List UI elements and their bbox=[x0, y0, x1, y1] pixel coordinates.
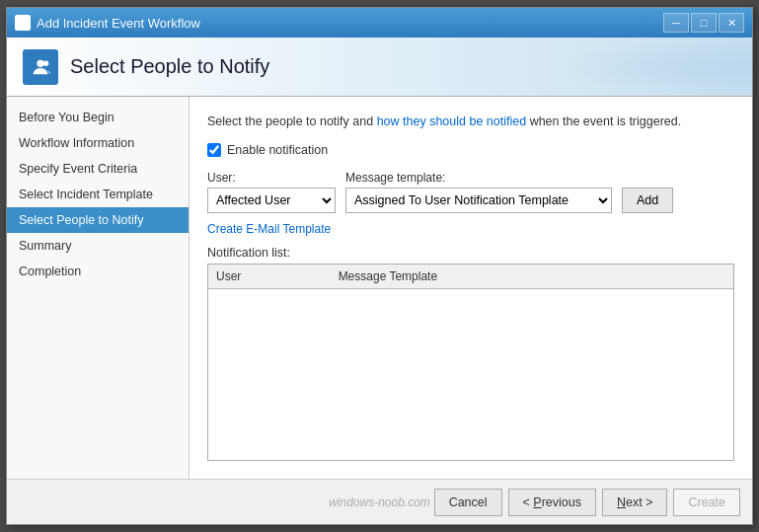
user-label: User: bbox=[207, 171, 336, 185]
close-button[interactable]: ✕ bbox=[719, 13, 744, 33]
form-row: User: Affected User Assigned User Create… bbox=[207, 171, 734, 213]
svg-point-5 bbox=[43, 60, 49, 66]
title-bar-left: Add Incident Event Workflow bbox=[15, 15, 200, 31]
message-template-label: Message template: bbox=[345, 171, 612, 185]
page-title: Select People to Notify bbox=[70, 55, 269, 78]
content-pane: Select the people to notify and how they… bbox=[190, 97, 752, 479]
create-email-template-link[interactable]: Create E-Mail Template bbox=[207, 222, 331, 236]
sidebar-item-completion[interactable]: Completion bbox=[7, 259, 189, 284]
svg-rect-0 bbox=[17, 17, 22, 22]
sidebar-item-summary[interactable]: Summary bbox=[7, 233, 189, 259]
sidebar-item-select-incident-template[interactable]: Select Incident Template bbox=[7, 182, 189, 207]
sidebar-item-before-you-begin[interactable]: Before You Begin bbox=[7, 105, 189, 130]
add-button[interactable]: Add bbox=[622, 188, 673, 213]
sidebar-item-select-people-to-notify[interactable]: Select People to Notify bbox=[7, 207, 189, 233]
svg-rect-3 bbox=[24, 24, 29, 29]
header-icon bbox=[23, 49, 58, 85]
enable-notification-checkbox[interactable] bbox=[207, 143, 221, 157]
user-select[interactable]: Affected User Assigned User Created By O… bbox=[207, 188, 336, 213]
previous-button[interactable]: < Previous bbox=[508, 489, 596, 516]
how-notified-link[interactable]: how they should be notified bbox=[377, 114, 527, 128]
col-action2 bbox=[704, 265, 733, 289]
footer: windows-noob.com Cancel < Previous Next … bbox=[7, 479, 752, 524]
sidebar-item-specify-event-criteria[interactable]: Specify Event Criteria bbox=[7, 156, 189, 182]
notification-table: User Message Template bbox=[208, 265, 733, 289]
sidebar-item-workflow-information[interactable]: Workflow Information bbox=[7, 130, 189, 156]
window-title: Add Incident Event Workflow bbox=[37, 16, 200, 31]
create-button[interactable]: Create bbox=[673, 489, 740, 516]
main-window: Add Incident Event Workflow ─ □ ✕ Select… bbox=[6, 7, 753, 525]
user-form-group: User: Affected User Assigned User Create… bbox=[207, 171, 336, 213]
description-text: Select the people to notify and how they… bbox=[207, 113, 734, 131]
notification-list-label: Notification list: bbox=[207, 246, 734, 260]
minimize-button[interactable]: ─ bbox=[663, 13, 689, 33]
header-banner: Select People to Notify bbox=[7, 38, 752, 97]
svg-point-4 bbox=[37, 59, 43, 66]
svg-rect-2 bbox=[17, 24, 22, 29]
title-bar-buttons: ─ □ ✕ bbox=[663, 13, 744, 33]
enable-notification-row: Enable notification bbox=[207, 143, 734, 157]
next-button[interactable]: Next > bbox=[602, 489, 667, 516]
col-user: User bbox=[208, 265, 331, 289]
notification-table-wrapper: User Message Template bbox=[207, 264, 734, 461]
window-icon bbox=[15, 15, 31, 31]
sidebar: Before You Begin Workflow Information Sp… bbox=[7, 97, 190, 479]
main-content: Before You Begin Workflow Information Sp… bbox=[7, 97, 752, 479]
message-template-form-group: Message template: Assigned To User Notif… bbox=[345, 171, 612, 213]
col-message-template: Message Template bbox=[331, 265, 674, 289]
watermark: windows-noob.com bbox=[329, 495, 430, 509]
title-bar: Add Incident Event Workflow ─ □ ✕ bbox=[7, 8, 752, 38]
cancel-button[interactable]: Cancel bbox=[434, 489, 502, 516]
col-action1 bbox=[674, 265, 704, 289]
enable-notification-label: Enable notification bbox=[227, 143, 328, 157]
restore-button[interactable]: □ bbox=[691, 13, 717, 33]
svg-rect-1 bbox=[24, 17, 29, 22]
message-template-select[interactable]: Assigned To User Notification Template D… bbox=[345, 188, 612, 213]
